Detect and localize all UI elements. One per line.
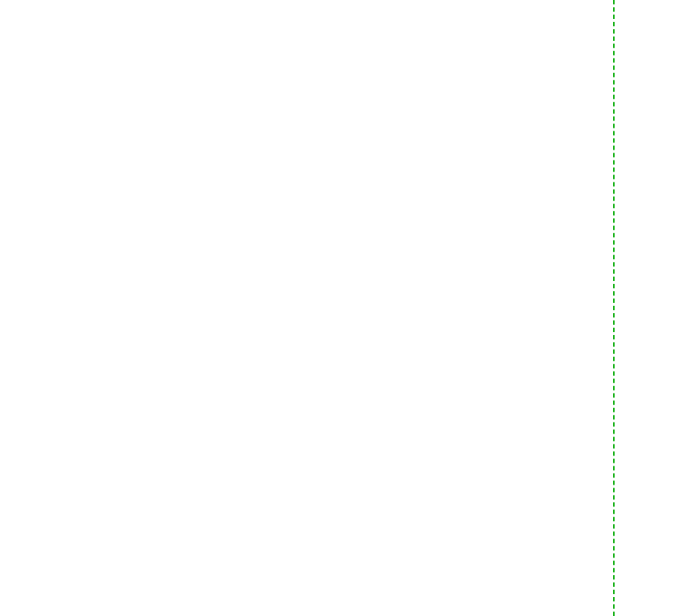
activity-grid: [0, 0, 700, 6]
dashed-divider: [613, 0, 615, 616]
